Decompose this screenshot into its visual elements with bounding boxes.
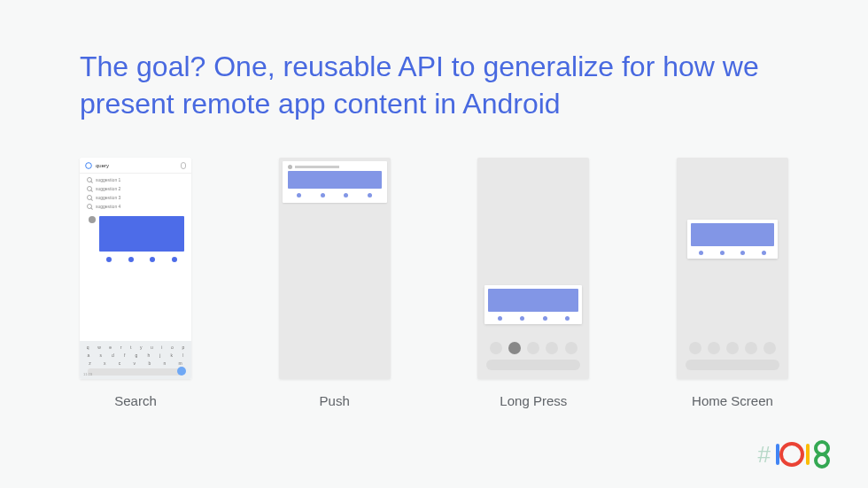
search-icon: [87, 204, 92, 209]
slice-image: [99, 216, 184, 252]
keyboard-row: qwertyuiop: [82, 345, 189, 350]
phone-search: query suggestion 1 suggestion 2 suggesti…: [80, 158, 191, 379]
launcher-app-row: [477, 342, 589, 354]
svg-rect-1: [776, 444, 779, 465]
svg-rect-3: [806, 444, 810, 465]
suggestion-label: suggestion 2: [96, 186, 120, 191]
cards-row: query suggestion 1 suggestion 2 suggesti…: [80, 158, 788, 408]
slide-title: The goal? One, reusable API to generaliz…: [80, 49, 779, 122]
notification-slice[interactable]: [283, 161, 387, 203]
launcher-app-row: [677, 342, 788, 354]
card-caption: Push: [320, 393, 350, 408]
keyboard-time: 11:23: [83, 372, 92, 376]
io18-logo: #: [758, 438, 836, 469]
card-caption: Search: [114, 393, 157, 408]
notification-title-placeholder: [295, 166, 339, 168]
keyboard-row: asdfghjkl: [82, 352, 189, 358]
suggestion-label: suggestion 1: [96, 177, 120, 182]
google-g-icon: [85, 162, 92, 169]
slice-preview[interactable]: [99, 216, 184, 262]
phone-longpress: [477, 158, 589, 379]
app-icon: [89, 216, 96, 223]
card-homescreen: Home Screen: [677, 158, 788, 408]
hash-icon: #: [758, 441, 771, 469]
launcher-app-icon[interactable]: [546, 342, 558, 354]
launcher-search-pill[interactable]: [686, 360, 779, 370]
card-push: Push: [279, 158, 391, 408]
slice-actions: [691, 246, 774, 255]
longpress-slice[interactable]: [484, 285, 582, 324]
search-icon: [87, 186, 92, 191]
voice-input-icon[interactable]: [177, 367, 186, 376]
suggestion-item[interactable]: suggestion 4: [80, 202, 191, 211]
search-icon: [87, 195, 92, 200]
suggestion-item[interactable]: suggestion 1: [80, 175, 191, 184]
search-icon: [87, 177, 92, 182]
card-caption: Home Screen: [692, 393, 773, 408]
app-icon: [288, 165, 292, 169]
card-longpress: Long Press: [477, 158, 589, 408]
svg-point-5: [816, 454, 828, 467]
launcher-app-icon[interactable]: [527, 342, 539, 354]
slice-image: [488, 289, 578, 312]
mic-icon[interactable]: [181, 162, 186, 169]
svg-point-0: [86, 162, 92, 168]
launcher-search-pill[interactable]: [486, 360, 580, 370]
homescreen-slice-widget[interactable]: [687, 220, 778, 259]
keyboard-row: zxcvbnm: [82, 360, 189, 366]
card-caption: Long Press: [500, 393, 567, 408]
suggestion-label: suggestion 3: [96, 195, 120, 200]
slice-image: [288, 171, 382, 189]
launcher-app-icon[interactable]: [689, 342, 701, 354]
launcher-app-icon[interactable]: [565, 342, 577, 354]
slice-actions: [288, 189, 382, 198]
svg-point-2: [781, 444, 802, 465]
keyboard[interactable]: qwertyuiop asdfghjkl zxcvbnm 11:23: [80, 341, 191, 379]
suggestion-item[interactable]: suggestion 3: [80, 193, 191, 202]
suggestion-item[interactable]: suggestion 2: [80, 184, 191, 193]
slice-actions: [488, 312, 578, 321]
phone-push: [279, 158, 391, 379]
slide: The goal? One, reusable API to generaliz…: [0, 0, 868, 488]
search-bar[interactable]: query: [80, 158, 191, 174]
suggestion-list: suggestion 1 suggestion 2 suggestion 3 s…: [80, 174, 191, 213]
launcher-app-icon[interactable]: [708, 342, 720, 354]
phone-homescreen: [677, 158, 788, 379]
launcher-app-icon[interactable]: [745, 342, 757, 354]
suggestion-label: suggestion 4: [96, 204, 120, 209]
svg-point-4: [816, 442, 828, 454]
slice-actions: [99, 252, 184, 262]
card-search: query suggestion 1 suggestion 2 suggesti…: [80, 158, 191, 408]
launcher-app-icon[interactable]: [763, 342, 776, 354]
search-query-text: query: [96, 163, 181, 168]
spacebar[interactable]: [88, 368, 183, 376]
launcher-app-icon[interactable]: [490, 342, 502, 354]
slice-image: [691, 223, 774, 246]
io18-glyph-icon: [774, 438, 836, 469]
launcher-app-icon[interactable]: [726, 342, 739, 354]
launcher-app-icon[interactable]: [508, 342, 521, 354]
